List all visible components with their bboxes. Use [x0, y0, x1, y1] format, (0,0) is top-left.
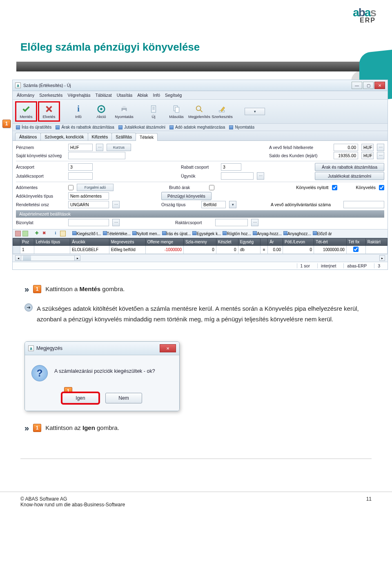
lookup-icon[interactable]: ⋯ [96, 144, 103, 151]
saldo-field[interactable] [334, 152, 358, 159]
action-button[interactable]: Akció [90, 101, 112, 122]
gridbar-link[interactable]: Nyitott men... [132, 231, 160, 236]
gridbar-link[interactable]: Előző ár [313, 231, 332, 236]
print-button[interactable]: Nyomtatás [113, 101, 135, 122]
rendelt-field[interactable] [68, 201, 109, 208]
menu-utasitas[interactable]: Utasítás [117, 93, 133, 98]
menu-szerkesztes[interactable]: Szerkesztés [39, 93, 62, 98]
link-nyomt[interactable]: Nyomtatás [229, 125, 254, 129]
forgalmi-button[interactable]: Forgalmi adó [77, 184, 114, 191]
menu-allomany[interactable]: Állomány [17, 93, 34, 98]
lookup-icon[interactable]: ⋯ [112, 219, 120, 226]
col-lehivas[interactable]: Lehívás típus [34, 238, 70, 246]
orszagtipus-field[interactable] [201, 201, 226, 208]
link-arak[interactable]: Árak és rabattok átszámítása [56, 125, 114, 129]
gridbar-link[interactable]: Kiegészítő t... [72, 231, 101, 236]
penznem-field[interactable] [68, 144, 93, 151]
dropdown-btn[interactable]: ▾ [245, 108, 265, 115]
link-ado[interactable]: Adó adatok meghatározása [169, 125, 225, 129]
menu-segitseg[interactable]: Segítség [165, 93, 182, 98]
link-iras[interactable]: Írás és újratöltés [16, 125, 51, 129]
menu-vegrehajtas[interactable]: Végrehajtás [67, 93, 90, 98]
arcsoport-field[interactable] [68, 163, 93, 171]
konyv-nyitott-check[interactable] [332, 185, 337, 190]
close-button[interactable]: ✕ [374, 82, 385, 89]
scroll-right-icon[interactable]: ▸ [74, 256, 80, 261]
grid-tool-icon[interactable] [22, 231, 28, 236]
gridbar-link[interactable]: Egységek k... [192, 231, 221, 236]
scroll-right-end-icon[interactable]: ▸ [379, 255, 385, 261]
copy-button[interactable]: Másolás [165, 101, 187, 122]
no-button[interactable]: Nem [105, 393, 142, 403]
lookup-icon[interactable]: ⋯ [377, 152, 384, 159]
lookup-icon[interactable]: ⋯ [257, 172, 264, 180]
bizonylat-field[interactable] [68, 219, 109, 226]
gridbar-link[interactable]: Írás és újrat... [162, 231, 191, 236]
adokonyv-field[interactable] [68, 192, 109, 200]
tab-altalanos[interactable]: Általános [15, 133, 41, 140]
col-tetfix[interactable]: Tét fix [346, 238, 365, 246]
sajat-field[interactable] [68, 152, 125, 159]
tab-szallitas[interactable]: Szállítás [111, 133, 136, 140]
col-egyseg[interactable]: Egység [238, 238, 261, 246]
ugynok-field[interactable] [221, 172, 254, 180]
info-button[interactable]: i Infó [67, 101, 89, 122]
lookup-icon[interactable]: ⋯ [377, 144, 384, 151]
col-poz[interactable]: Poz [20, 238, 34, 246]
col-megnevezes[interactable]: Megnevezés [109, 238, 145, 246]
gridbar-link[interactable]: Anyag-hozz... [253, 231, 282, 236]
gridbar-link[interactable]: Anyaghozz... [283, 231, 311, 236]
adonyilv-field[interactable] [343, 201, 384, 208]
edit-button[interactable]: Szerkesztés [211, 101, 233, 122]
jutalekcsoport-field[interactable] [68, 172, 93, 180]
col-ar[interactable]: Ár [268, 238, 283, 246]
col-offene[interactable]: Offene menge [145, 238, 183, 246]
scroll-left-icon[interactable]: ◂ [16, 256, 21, 261]
lookup-icon[interactable]: ⋯ [112, 201, 120, 208]
arak-button[interactable]: Árak és rabattok átszámítása [315, 163, 384, 171]
grid-tool-icon[interactable]: ✖ [41, 231, 47, 236]
hscroll[interactable]: ◂ ▸ [15, 255, 80, 261]
gridbar-link[interactable]: Rögtön hoz... [223, 231, 251, 236]
raktarcsoport-field[interactable] [215, 219, 248, 226]
menu-info[interactable]: Infó [153, 93, 160, 98]
dropdown-icon[interactable]: ▾ [229, 201, 236, 208]
brutto-check[interactable] [209, 185, 214, 190]
view-button[interactable]: Megjelenítés [188, 101, 210, 122]
new-button[interactable]: Új [143, 101, 165, 122]
menu-tablazat[interactable]: Táblázat [95, 93, 111, 98]
dialog-close-button[interactable]: ✕ [160, 344, 176, 352]
col-keszlet[interactable]: Készlet [216, 238, 238, 246]
tab-tetelek[interactable]: Tételek [136, 133, 158, 141]
konyveles-check[interactable] [379, 185, 384, 190]
maximize-button[interactable]: ▢ [363, 82, 374, 89]
tetfix-check[interactable] [353, 247, 359, 252]
table-row[interactable]: 1 ELOLEGBELF Előleg belföld -1000000 0 0… [13, 246, 388, 254]
col-tetert[interactable]: Tét-ért [314, 238, 347, 246]
link-jutalek[interactable]: Jutalékokat átszámolni [118, 125, 165, 129]
grid-tool-icon[interactable]: ✚ [34, 231, 40, 236]
scroll-thumb[interactable] [23, 256, 31, 261]
lookup-icon[interactable]: ⋯ [251, 219, 258, 226]
col-szlamenny[interactable]: Szla-menny [183, 238, 216, 246]
col-potl[interactable]: Pótl./Levon [283, 238, 314, 246]
col-arucikk[interactable]: Árucikk [70, 238, 109, 246]
save-button[interactable]: Mentés [15, 101, 37, 122]
hitelkeret-field[interactable] [334, 144, 358, 151]
penzugyi-button[interactable]: Pénzügyi könyvelés [161, 192, 212, 200]
gridbar-link[interactable]: Tételértéke... [103, 231, 131, 236]
tab-szovegek[interactable]: Szövegek, kondíciók [40, 133, 88, 140]
grid-tool-icon[interactable]: i [53, 231, 58, 236]
menu-ablak[interactable]: Ablak [137, 93, 148, 98]
yes-button[interactable]: Igen [62, 393, 99, 403]
minimize-button[interactable]: — [352, 82, 362, 89]
tab-kifizetes[interactable]: Kifizetés [88, 133, 112, 140]
jutalek-button[interactable]: Jutalékokat átszámolni [315, 172, 384, 180]
adomentes-check[interactable] [68, 185, 74, 190]
discard-button[interactable]: Elvetés [38, 101, 60, 122]
rabatt-field[interactable] [221, 163, 241, 171]
grid-tool-icon[interactable] [15, 231, 21, 236]
grid-tool-icon[interactable] [60, 231, 66, 236]
col-raktar[interactable]: Raktárt [365, 238, 387, 246]
kurzus-button[interactable]: Kurzus [107, 144, 131, 151]
